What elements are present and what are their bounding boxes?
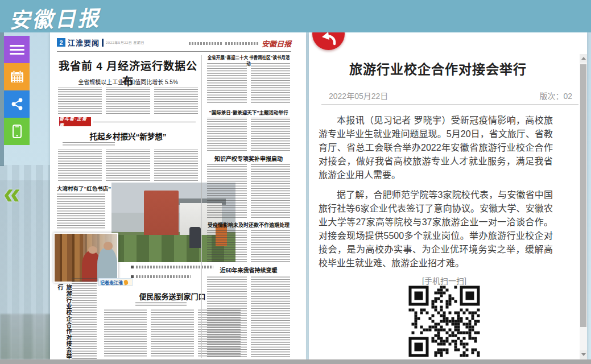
newspaper-header: 2 江淮要闻 2022年5月22日 星期日 安徽日报	[57, 37, 291, 48]
body-text-columns	[207, 118, 290, 151]
calendar-button[interactable]	[4, 63, 30, 90]
headline-climate[interactable]: 近60年来我省持续变暖	[207, 266, 290, 274]
body-text-column	[72, 278, 97, 359]
article-body: 本报讯（见习记者 罗晓宇）受新冠疫情影响，高校旅游专业毕业生就业难问题显现。5月…	[319, 114, 553, 276]
headline-tea-day[interactable]: “国际茶日·徽茶迎天下”主题活动举行	[207, 109, 290, 115]
meta-divider	[321, 104, 578, 105]
bottom-bar	[0, 359, 591, 364]
share-icon	[10, 97, 24, 111]
edition-date: 2022年5月22日 星期日	[106, 40, 144, 45]
body-text-columns	[207, 276, 290, 358]
scrollbar-thumb[interactable]	[580, 64, 586, 327]
article-meta: 2022年05月22日 版次：02	[329, 90, 572, 101]
arrow-up-icon	[581, 57, 586, 60]
editor-credits	[189, 42, 222, 45]
headline-tourism-vertical[interactable]: 旅游行业校企合作对接会举行	[56, 284, 73, 359]
masthead-logo: 安徽日报	[262, 38, 291, 49]
headline-loan-policy[interactable]: 受疫情影响未及时还款不作逾期处理	[207, 221, 290, 229]
header-divider	[102, 39, 104, 47]
article-title: 旅游行业校企合作对接会举行	[320, 59, 556, 78]
paragraph: 本报讯（见习记者 罗晓宇）受新冠疫情影响，高校旅游专业毕业生就业难问题显现。5月…	[319, 114, 553, 182]
headline-ip-subsidy[interactable]: 知识产权专项奖补申报启动	[207, 154, 290, 163]
top-banner: 安徽日报	[0, 0, 591, 32]
phone-icon	[10, 124, 24, 139]
calendar-icon	[10, 69, 24, 84]
column-divider	[201, 55, 202, 358]
body-text-columns	[207, 230, 290, 262]
banner-rule	[93, 122, 196, 122]
editor-credits	[225, 42, 258, 45]
share-button[interactable]	[4, 90, 30, 118]
qr-scan-label: [手机扫一扫]	[309, 275, 580, 286]
body-text-column	[57, 193, 105, 229]
body-text-columns	[207, 63, 290, 104]
menu-button[interactable]	[4, 36, 30, 63]
photo-caption	[131, 275, 191, 278]
newspaper-page-panel[interactable]: 2 江淮要闻 2022年5月22日 星期日 安徽日报 我省前 4 月经济运行数据…	[50, 32, 306, 359]
body-text-columns	[58, 150, 198, 181]
arrow-down-icon	[581, 353, 586, 356]
body-text-columns	[58, 88, 198, 115]
section-title: 江淮要闻	[68, 37, 100, 48]
column-badge: 记者走江淮	[98, 278, 133, 286]
byline	[63, 142, 115, 147]
page-number-badge: 2	[57, 38, 65, 47]
header-rule	[57, 51, 291, 52]
app-window: 安徽日报 «	[0, 0, 591, 364]
headline-bookstore[interactable]: 大湾村有了“红色书店”	[57, 184, 113, 192]
scroll-up-button[interactable]	[580, 54, 587, 63]
subheadline-economy: 全省规模以上工业增加值同比增长 5.5%	[57, 77, 199, 86]
article-scrollbar[interactable]	[580, 54, 587, 359]
article-edition: 版次：02	[539, 90, 572, 101]
return-arrow-icon	[320, 30, 337, 47]
site-logo: 安徽日报	[9, 1, 100, 34]
body-text-columns	[207, 164, 290, 218]
byline	[135, 302, 187, 307]
article-date: 2022年05月22日	[329, 90, 388, 101]
qr-code-container	[408, 285, 481, 358]
article-panel: 旅游行业校企合作对接会举行 2022年05月22日 版次：02 本报讯（见习记者…	[309, 32, 587, 359]
badge-icon	[123, 279, 129, 286]
collapse-chevron[interactable]: «	[2, 177, 22, 208]
paragraph: 据了解，合肥师范学院等3家院校代表，与安徽省中国旅行社等6家企业代表签订了意向协…	[319, 188, 553, 270]
background-building	[0, 32, 4, 166]
qr-code	[408, 285, 481, 358]
scroll-down-button[interactable]	[580, 350, 587, 359]
column-banner: 奋斗者·正青春	[59, 117, 91, 126]
hamburger-icon	[10, 43, 24, 57]
mobile-button[interactable]	[4, 118, 30, 145]
photo-readers-inset	[53, 233, 118, 283]
headline-rural[interactable]: 托起乡村振兴“新梦想”	[57, 130, 199, 142]
